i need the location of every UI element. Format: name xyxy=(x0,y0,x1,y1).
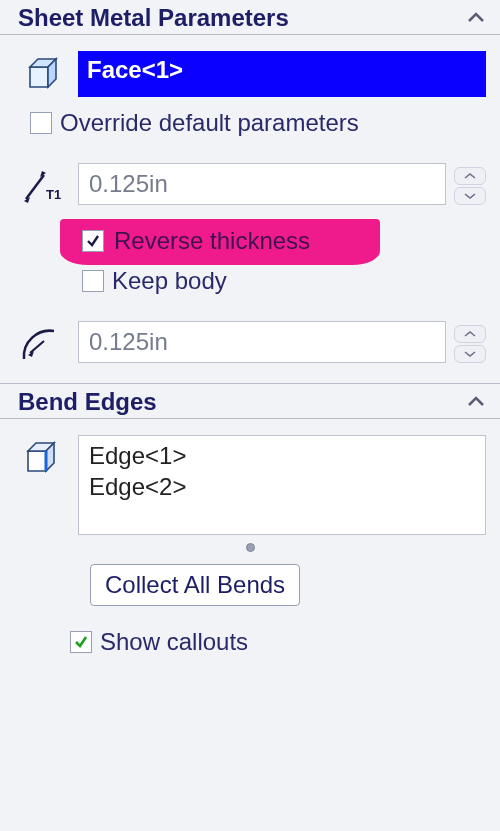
keep-body-checkbox[interactable] xyxy=(82,270,104,292)
svg-text:T1: T1 xyxy=(46,187,61,202)
collect-all-bends-button[interactable]: Collect All Bends xyxy=(90,564,300,606)
show-callouts-row[interactable]: Show callouts xyxy=(0,622,500,662)
radius-spin-down[interactable] xyxy=(454,345,486,363)
thickness-spin-up[interactable] xyxy=(454,167,486,185)
face-selection-box[interactable]: Face<1> xyxy=(78,51,486,97)
svg-marker-0 xyxy=(30,67,48,87)
svg-marker-9 xyxy=(28,451,46,471)
override-defaults-label: Override default parameters xyxy=(60,109,359,137)
thickness-icon: T1 xyxy=(14,163,70,209)
edges-selection-row: Edge<1> Edge<2> xyxy=(0,429,500,541)
section-header-bend-edges[interactable]: Bend Edges xyxy=(0,384,500,418)
chevron-up-icon xyxy=(464,390,488,414)
radius-spin-up[interactable] xyxy=(454,325,486,343)
bend-edges-icon xyxy=(14,435,70,535)
collect-all-bends-label: Collect All Bends xyxy=(105,571,285,598)
resize-handle-icon[interactable] xyxy=(0,541,500,558)
reverse-thickness-checkbox[interactable] xyxy=(82,230,104,252)
reverse-thickness-highlight: Reverse thickness xyxy=(60,219,380,265)
thickness-row: T1 0.125in xyxy=(0,157,500,215)
bend-radius-icon xyxy=(14,321,70,367)
face-selection-value: Face<1> xyxy=(87,56,183,83)
bend-radius-value: 0.125in xyxy=(89,328,168,355)
svg-line-3 xyxy=(26,175,44,199)
reverse-thickness-row[interactable]: Reverse thickness xyxy=(82,227,370,255)
thickness-spinner xyxy=(454,163,486,209)
sheet-metal-body: Face<1> Override default parameters T1 0… xyxy=(0,35,500,383)
reverse-thickness-label: Reverse thickness xyxy=(114,227,310,255)
radius-spinner xyxy=(454,321,486,367)
fixed-face-icon xyxy=(14,51,70,97)
section-header-sheet-metal[interactable]: Sheet Metal Parameters xyxy=(0,0,500,34)
override-defaults-row[interactable]: Override default parameters xyxy=(0,103,500,143)
property-manager-panel: Sheet Metal Parameters Face<1> Override … xyxy=(0,0,500,672)
section-title: Sheet Metal Parameters xyxy=(18,4,289,32)
svg-line-7 xyxy=(30,341,44,353)
keep-body-row[interactable]: Keep body xyxy=(0,265,500,301)
chevron-up-icon xyxy=(464,6,488,30)
show-callouts-checkbox[interactable] xyxy=(70,631,92,653)
face-selection-row: Face<1> xyxy=(0,45,500,103)
show-callouts-label: Show callouts xyxy=(100,628,248,656)
bend-radius-input[interactable]: 0.125in xyxy=(78,321,446,363)
bend-edges-body: Edge<1> Edge<2> Collect All Bends Show c… xyxy=(0,419,500,672)
section-title: Bend Edges xyxy=(18,388,157,416)
override-defaults-checkbox[interactable] xyxy=(30,112,52,134)
thickness-value: 0.125in xyxy=(89,170,168,197)
thickness-spin-down[interactable] xyxy=(454,187,486,205)
edge-item[interactable]: Edge<1> xyxy=(89,440,475,471)
edge-item[interactable]: Edge<2> xyxy=(89,471,475,502)
bend-radius-row: 0.125in xyxy=(0,315,500,373)
edges-selection-box[interactable]: Edge<1> Edge<2> xyxy=(78,435,486,535)
keep-body-label: Keep body xyxy=(112,267,227,295)
thickness-input[interactable]: 0.125in xyxy=(78,163,446,205)
